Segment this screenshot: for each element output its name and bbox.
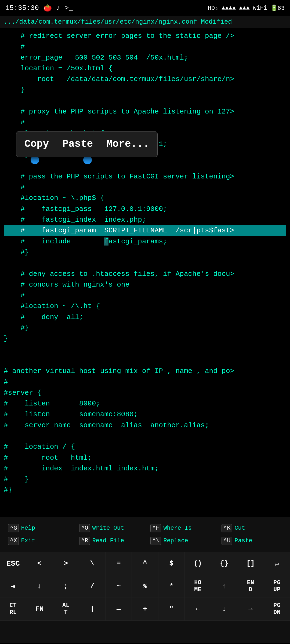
cmd-cut[interactable]: ^K Cut (219, 522, 285, 534)
code-line (4, 258, 286, 268)
code-line: } (4, 85, 286, 95)
ctrl-key[interactable]: CTRL (0, 598, 26, 620)
code-line: } (4, 333, 286, 344)
cmd-replace[interactable]: ^\ Replace (148, 535, 213, 547)
keyboard-row-1: ESC < > \ = ^ $ () {} [] ↵ (0, 552, 290, 575)
hd-indicator: HD₂ (208, 5, 219, 12)
down-arrow-key[interactable]: ↓ (211, 598, 237, 620)
greater-than-key[interactable]: > (53, 552, 79, 575)
code-line: # (4, 290, 286, 301)
code-line: # (4, 377, 286, 387)
wifi-icon: WiFi (253, 5, 267, 12)
keyboard-row-3: CTRL FN ALT | — + " ← ↓ → PGDN (0, 598, 290, 621)
code-line: #} (4, 247, 286, 258)
code-line: # root html; (4, 452, 286, 463)
code-line: # another virtual host using mix of IP-,… (4, 366, 286, 376)
cmd-write-out[interactable]: ^O Write Out (77, 522, 142, 534)
fn-key[interactable]: FN (26, 598, 53, 620)
caret-key[interactable]: ^ (132, 552, 158, 575)
cmd-label-exit: Exit (21, 537, 35, 544)
code-line: # fastcgi_index index.php; (4, 214, 286, 225)
code-line: # fastcgi_pass 127.0.0.1:9000; (4, 204, 286, 214)
tilde-key[interactable]: ~ (106, 575, 132, 598)
cmd-key-r: ^R (79, 537, 90, 545)
command-bar: ^G Help ^X Exit ^O Write Out ^R Read Fil… (0, 517, 290, 552)
code-line: # location / { (4, 441, 286, 452)
brackets-key[interactable]: [] (237, 552, 264, 575)
equals-key[interactable]: = (106, 552, 132, 575)
alt-key[interactable]: ALT (53, 598, 79, 620)
music-icon: ♪ (56, 4, 60, 12)
less-than-key[interactable]: < (26, 552, 53, 575)
code-line-selected: # fastcgi_param SCRIPT_FILENAME /scr|pts… (4, 225, 286, 236)
editor-area[interactable]: # redirect server error pages to the sta… (0, 28, 290, 517)
more-button[interactable]: More... (106, 136, 149, 152)
code-line: # proxy the PHP scripts to Apache listen… (4, 106, 286, 117)
code-line: root /data/data/com.termux/files/usr/sha… (4, 74, 286, 85)
dollar-key[interactable]: $ (158, 552, 185, 575)
title-bar: .../data/com.termux/files/usr/etc/nginx/… (0, 16, 290, 28)
code-line: #server { (4, 387, 286, 398)
code-line (4, 506, 286, 517)
esc-key[interactable]: ESC (0, 552, 26, 575)
battery-indicator: 🔋63 (270, 5, 285, 12)
code-line: # pass the PHP scripts to FastCGI server… (4, 171, 286, 182)
right-arrow-key[interactable]: → (237, 598, 264, 620)
code-line: #} (4, 485, 286, 495)
pipe-key[interactable]: | (79, 598, 106, 620)
end-key[interactable]: END (237, 575, 264, 598)
code-line: # (4, 41, 286, 52)
cmd-label-cut: Cut (234, 525, 245, 532)
code-line: # redirect server error pages to the sta… (4, 31, 286, 41)
cmd-label-where-is: Where Is (163, 525, 192, 532)
cmd-label-help: Help (21, 525, 35, 532)
code-line (4, 344, 286, 355)
cmd-help[interactable]: ^G Help (5, 522, 71, 534)
parens-key[interactable]: () (185, 552, 211, 575)
terminal-icon: >_ (64, 4, 73, 12)
code-line: location = /50x.html { (4, 63, 286, 74)
cmd-key-x: ^X (8, 537, 19, 545)
cmd-read-file[interactable]: ^R Read File (77, 535, 142, 547)
signal-icon-2: ▲▲▲ (239, 5, 250, 12)
code-line (4, 496, 286, 506)
code-line: # listen 8000; (4, 398, 286, 409)
cmd-key-f: ^F (150, 524, 161, 532)
cmd-key-o: ^O (79, 524, 90, 532)
code-line (4, 160, 286, 171)
code-line: # deny access to .htaccess files, if Apa… (4, 269, 286, 279)
copy-button[interactable]: Copy (24, 136, 49, 152)
up-key[interactable]: ↑ (211, 575, 237, 598)
time-display: 15:35:30 (5, 4, 39, 12)
code-line: #location ~ /\.ht { (4, 301, 286, 312)
plus-key[interactable]: + (132, 598, 158, 620)
pg-up-key[interactable]: PGUP (264, 575, 290, 598)
code-line: # (4, 117, 286, 128)
cmd-label-paste: Paste (234, 537, 252, 544)
braces-key[interactable]: {} (211, 552, 237, 575)
home-key[interactable]: HOME (185, 575, 211, 598)
percent-key[interactable]: % (132, 575, 158, 598)
code-line: # deny all; (4, 312, 286, 323)
paste-button[interactable]: Paste (62, 136, 93, 152)
signal-icon-1: ▲▲▲▲ (222, 5, 236, 12)
slash-key[interactable]: / (79, 575, 106, 598)
cmd-where-is[interactable]: ^F Where Is (148, 522, 213, 534)
quote-key[interactable]: " (158, 598, 185, 620)
code-line (4, 96, 286, 106)
down-tab-key[interactable]: ↓ (26, 575, 53, 598)
cmd-exit[interactable]: ^X Exit (5, 535, 71, 547)
cmd-key-k: ^K (222, 524, 232, 532)
code-line: # concurs with nginx's one (4, 279, 286, 290)
semicolon-key[interactable]: ; (53, 575, 79, 598)
enter-key[interactable]: ↵ (264, 552, 290, 575)
dash-key[interactable]: — (106, 598, 132, 620)
pg-dn-key[interactable]: PGDN (264, 598, 290, 620)
backslash-key[interactable]: \ (79, 552, 106, 575)
status-bar: 15:35:30 🍅 ♪ >_ HD₂ ▲▲▲▲ ▲▲▲ WiFi 🔋63 (0, 0, 290, 16)
asterisk-key[interactable]: * (158, 575, 185, 598)
tab-key[interactable]: ⇥ (0, 575, 26, 598)
cmd-paste[interactable]: ^U Paste (219, 535, 285, 547)
left-arrow-key[interactable]: ← (185, 598, 211, 620)
code-line: # listen somename:8080; (4, 409, 286, 420)
